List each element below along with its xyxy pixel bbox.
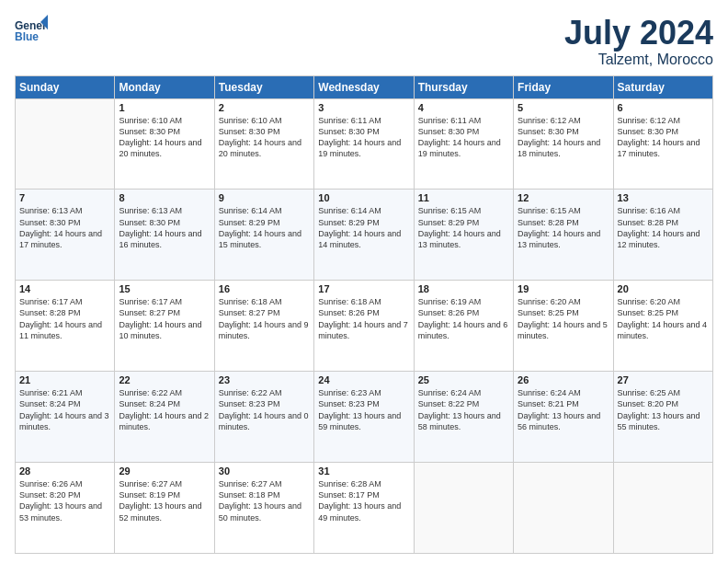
- calendar-cell: 4Sunrise: 6:11 AMSunset: 8:30 PMDaylight…: [414, 98, 513, 190]
- daylight-text: Daylight: 14 hours and 17 minutes.: [618, 137, 709, 159]
- sunrise-text: Sunrise: 6:28 AM: [318, 478, 409, 489]
- sunset-text: Sunset: 8:30 PM: [518, 126, 609, 137]
- sunset-text: Sunset: 8:29 PM: [318, 217, 409, 228]
- sunset-text: Sunset: 8:25 PM: [618, 307, 709, 318]
- calendar-title: July 2024: [564, 15, 713, 52]
- day-number: 20: [618, 283, 709, 294]
- daylight-text: Daylight: 14 hours and 6 minutes.: [418, 319, 509, 341]
- sunrise-text: Sunrise: 6:17 AM: [119, 296, 210, 307]
- day-number: 2: [219, 102, 310, 113]
- column-header-saturday: Saturday: [613, 75, 712, 98]
- daylight-text: Daylight: 14 hours and 17 minutes.: [19, 228, 110, 250]
- sunset-text: Sunset: 8:28 PM: [618, 217, 709, 228]
- day-number: 10: [318, 192, 409, 203]
- day-number: 12: [518, 192, 609, 203]
- sunrise-text: Sunrise: 6:24 AM: [418, 387, 509, 398]
- daylight-text: Daylight: 14 hours and 4 minutes.: [618, 319, 709, 341]
- sunset-text: Sunset: 8:26 PM: [318, 307, 409, 318]
- sunrise-text: Sunrise: 6:20 AM: [618, 296, 709, 307]
- day-number: 13: [618, 192, 709, 203]
- calendar-cell: 26Sunrise: 6:24 AMSunset: 8:21 PMDayligh…: [514, 372, 613, 463]
- sunset-text: Sunset: 8:18 PM: [219, 489, 310, 500]
- day-info: Sunrise: 6:15 AMSunset: 8:28 PMDaylight:…: [518, 205, 609, 250]
- calendar-cell: [16, 98, 115, 190]
- sunset-text: Sunset: 8:21 PM: [518, 398, 609, 409]
- calendar-cell: 12Sunrise: 6:15 AMSunset: 8:28 PMDayligh…: [514, 190, 613, 281]
- day-number: 3: [318, 102, 409, 113]
- day-number: 1: [119, 102, 210, 113]
- daylight-text: Daylight: 13 hours and 59 minutes.: [318, 410, 409, 432]
- sunrise-text: Sunrise: 6:15 AM: [518, 205, 609, 216]
- svg-text:Blue: Blue: [15, 30, 39, 43]
- sunset-text: Sunset: 8:19 PM: [119, 489, 210, 500]
- calendar-cell: 16Sunrise: 6:18 AMSunset: 8:27 PMDayligh…: [214, 281, 313, 372]
- column-header-tuesday: Tuesday: [214, 75, 313, 98]
- sunrise-text: Sunrise: 6:10 AM: [219, 115, 310, 126]
- day-info: Sunrise: 6:18 AMSunset: 8:26 PMDaylight:…: [318, 296, 409, 341]
- day-number: 9: [219, 192, 310, 203]
- day-info: Sunrise: 6:26 AMSunset: 8:20 PMDaylight:…: [19, 478, 110, 523]
- daylight-text: Daylight: 14 hours and 0 minutes.: [219, 410, 310, 432]
- day-number: 17: [318, 283, 409, 294]
- sunrise-text: Sunrise: 6:12 AM: [518, 115, 609, 126]
- day-info: Sunrise: 6:27 AMSunset: 8:18 PMDaylight:…: [219, 478, 310, 523]
- day-number: 11: [418, 192, 509, 203]
- day-info: Sunrise: 6:12 AMSunset: 8:30 PMDaylight:…: [518, 115, 609, 160]
- sunrise-text: Sunrise: 6:15 AM: [418, 205, 509, 216]
- daylight-text: Daylight: 13 hours and 58 minutes.: [418, 410, 509, 432]
- day-number: 27: [618, 374, 709, 385]
- day-info: Sunrise: 6:20 AMSunset: 8:25 PMDaylight:…: [518, 296, 609, 341]
- sunrise-text: Sunrise: 6:22 AM: [219, 387, 310, 398]
- sunset-text: Sunset: 8:30 PM: [119, 126, 210, 137]
- sunrise-text: Sunrise: 6:19 AM: [418, 296, 509, 307]
- day-number: 4: [418, 102, 509, 113]
- sunset-text: Sunset: 8:27 PM: [119, 307, 210, 318]
- sunrise-text: Sunrise: 6:21 AM: [19, 387, 110, 398]
- logo-icon: General Blue: [15, 15, 48, 48]
- day-info: Sunrise: 6:25 AMSunset: 8:20 PMDaylight:…: [618, 387, 709, 432]
- sunset-text: Sunset: 8:22 PM: [418, 398, 509, 409]
- sunset-text: Sunset: 8:30 PM: [418, 126, 509, 137]
- day-info: Sunrise: 6:11 AMSunset: 8:30 PMDaylight:…: [418, 115, 509, 160]
- sunrise-text: Sunrise: 6:10 AM: [119, 115, 210, 126]
- calendar-cell: 25Sunrise: 6:24 AMSunset: 8:22 PMDayligh…: [414, 372, 513, 463]
- sunset-text: Sunset: 8:26 PM: [418, 307, 509, 318]
- day-number: 21: [19, 374, 110, 385]
- calendar-cell: 29Sunrise: 6:27 AMSunset: 8:19 PMDayligh…: [115, 463, 214, 554]
- day-number: 30: [219, 465, 310, 477]
- day-number: 23: [219, 374, 310, 385]
- sunrise-text: Sunrise: 6:22 AM: [119, 387, 210, 398]
- day-info: Sunrise: 6:11 AMSunset: 8:30 PMDaylight:…: [318, 115, 409, 160]
- calendar-cell: 1Sunrise: 6:10 AMSunset: 8:30 PMDaylight…: [115, 98, 214, 190]
- daylight-text: Daylight: 13 hours and 53 minutes.: [19, 500, 110, 523]
- daylight-text: Daylight: 13 hours and 56 minutes.: [518, 410, 609, 432]
- calendar-cell: 9Sunrise: 6:14 AMSunset: 8:29 PMDaylight…: [214, 190, 313, 281]
- calendar-cell: 28Sunrise: 6:26 AMSunset: 8:20 PMDayligh…: [16, 463, 115, 554]
- column-header-monday: Monday: [115, 75, 214, 98]
- day-info: Sunrise: 6:24 AMSunset: 8:21 PMDaylight:…: [518, 387, 609, 432]
- daylight-text: Daylight: 14 hours and 13 minutes.: [418, 228, 509, 250]
- daylight-text: Daylight: 14 hours and 13 minutes.: [518, 228, 609, 250]
- logo: General Blue: [15, 15, 48, 48]
- daylight-text: Daylight: 14 hours and 19 minutes.: [418, 137, 509, 159]
- daylight-text: Daylight: 14 hours and 11 minutes.: [19, 319, 110, 341]
- day-number: 22: [119, 374, 210, 385]
- day-number: 24: [318, 374, 409, 385]
- day-number: 6: [618, 102, 709, 113]
- sunset-text: Sunset: 8:24 PM: [119, 398, 210, 409]
- sunset-text: Sunset: 8:20 PM: [618, 398, 709, 409]
- column-header-wednesday: Wednesday: [314, 75, 414, 98]
- day-info: Sunrise: 6:28 AMSunset: 8:17 PMDaylight:…: [318, 478, 409, 523]
- sunrise-text: Sunrise: 6:26 AM: [19, 478, 110, 489]
- daylight-text: Daylight: 14 hours and 20 minutes.: [219, 137, 310, 159]
- sunrise-text: Sunrise: 6:27 AM: [119, 478, 210, 489]
- calendar-cell: 2Sunrise: 6:10 AMSunset: 8:30 PMDaylight…: [214, 98, 313, 190]
- daylight-text: Daylight: 13 hours and 55 minutes.: [618, 410, 709, 432]
- day-info: Sunrise: 6:20 AMSunset: 8:25 PMDaylight:…: [618, 296, 709, 341]
- day-number: 8: [119, 192, 210, 203]
- column-header-thursday: Thursday: [414, 75, 513, 98]
- sunrise-text: Sunrise: 6:14 AM: [318, 205, 409, 216]
- day-number: 15: [119, 283, 210, 294]
- calendar-cell: 6Sunrise: 6:12 AMSunset: 8:30 PMDaylight…: [613, 98, 712, 190]
- sunset-text: Sunset: 8:29 PM: [418, 217, 509, 228]
